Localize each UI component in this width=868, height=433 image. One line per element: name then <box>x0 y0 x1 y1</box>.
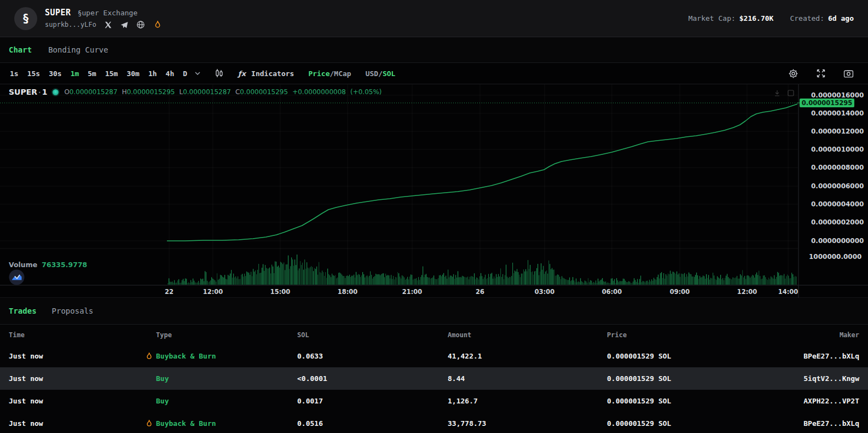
chart-canvas[interactable]: 0.00000160000.00000140000.00000120000.00… <box>0 84 868 298</box>
timeframe-15m[interactable]: 15m <box>101 70 122 78</box>
svg-text:18:00: 18:00 <box>338 288 358 296</box>
trade-price: 0.000001529 SOL <box>607 352 772 360</box>
market-cap-stat: Market Cap:$216.70K <box>688 14 774 22</box>
timeframe-4h[interactable]: 4h <box>161 70 179 78</box>
view-tabs: Chart Bonding Curve <box>0 37 868 63</box>
trade-amount: 33,778.73 <box>448 419 607 428</box>
usd-option: USD <box>366 70 378 78</box>
col-sol: SOL <box>297 331 448 339</box>
trade-price: 0.000001529 SOL <box>607 397 772 405</box>
x-twitter-icon[interactable] <box>103 20 113 30</box>
timeframe-30m[interactable]: 30m <box>122 70 143 78</box>
price-chart[interactable]: 0.00000160000.00000140000.00000120000.00… <box>0 84 868 298</box>
tab-trades[interactable]: Trades <box>9 307 37 315</box>
trade-row[interactable]: Just now Buy 0.0017 1,126.7 0.000001529 … <box>0 390 868 412</box>
settings-gear-icon[interactable] <box>785 68 802 79</box>
col-maker: Maker <box>772 331 859 339</box>
sol-option: SOL <box>383 70 395 78</box>
trade-maker[interactable]: BPeE27...bXLq <box>772 352 859 360</box>
trade-maker[interactable]: 5iqtV2...Kngw <box>772 374 859 383</box>
timeframe-1s[interactable]: 1s <box>5 70 23 78</box>
volume-legend: Volume76335.9778 <box>9 261 87 269</box>
usd-sol-toggle[interactable]: USD/SOL <box>366 70 396 78</box>
svg-text:12:00: 12:00 <box>203 288 223 296</box>
indicators-button[interactable]: Indicators <box>251 70 294 78</box>
time-axis[interactable]: 2212:0015:0018:0021:002603:0006:0009:001… <box>165 288 798 296</box>
timeframe-1d[interactable]: D <box>178 70 192 78</box>
trade-maker[interactable]: AXPH22...VP2T <box>772 397 859 405</box>
price-axis[interactable]: 0.00000160000.00000140000.00000120000.00… <box>809 91 864 261</box>
svg-text:03:00: 03:00 <box>535 288 555 296</box>
fx-icon[interactable]: ƒx <box>235 70 249 78</box>
trade-time: Just now <box>9 397 156 405</box>
token-address[interactable]: suprkb...yLFo <box>45 21 96 28</box>
col-type: Type <box>156 331 297 339</box>
svg-text:12:00: 12:00 <box>737 288 757 296</box>
trade-row[interactable]: Just now Buy <0.0001 8.44 0.000001529 SO… <box>0 367 868 390</box>
trade-amount: 41,422.1 <box>448 352 607 360</box>
tab-bonding-curve[interactable]: Bonding Curve <box>48 45 108 54</box>
telegram-icon[interactable] <box>120 20 129 30</box>
trade-amount: 1,126.7 <box>448 397 607 405</box>
tab-chart[interactable]: Chart <box>9 45 32 54</box>
svg-text:0.0000016000: 0.0000016000 <box>811 91 864 99</box>
trade-sol: 0.0633 <box>297 352 448 360</box>
svg-text:14:00: 14:00 <box>778 288 798 296</box>
timeframe-1m[interactable]: 1m <box>66 70 84 78</box>
svg-text:09:00: 09:00 <box>670 288 690 296</box>
trade-sol: 0.0017 <box>297 397 448 405</box>
svg-text:0.0000004000: 0.0000004000 <box>811 200 864 208</box>
svg-text:0.0000002000: 0.0000002000 <box>811 218 864 226</box>
fullscreen-icon[interactable] <box>813 68 829 78</box>
trade-type: Buy <box>156 374 297 383</box>
trade-sol: 0.0516 <box>297 419 448 428</box>
price-mcap-toggle[interactable]: Price/MCap <box>308 70 351 78</box>
svg-text:1000000.0000: 1000000.0000 <box>809 253 861 261</box>
mcap-option: MCap <box>334 70 351 78</box>
timeframe-30s[interactable]: 30s <box>44 70 66 78</box>
timeframe-15s[interactable]: 15s <box>23 70 44 78</box>
tab-proposals[interactable]: Proposals <box>52 307 94 315</box>
flame-icon[interactable] <box>153 20 162 30</box>
col-time: Time <box>9 331 156 339</box>
svg-text:15:00: 15:00 <box>270 288 291 296</box>
screenshot-camera-icon[interactable] <box>840 69 857 78</box>
trade-maker[interactable]: BPeE27...bXLq <box>772 419 859 428</box>
website-globe-icon[interactable] <box>136 20 146 30</box>
created-value: 6d ago <box>828 14 854 22</box>
tradingview-logo[interactable] <box>9 269 25 285</box>
svg-text:0.0000010000: 0.0000010000 <box>811 146 864 153</box>
chart-legend: SUPER·1 O0.0000015287 H0.0000015295 L0.0… <box>9 88 382 96</box>
token-name: §uper Exchange <box>78 9 138 17</box>
token-header: § SUPER §uper Exchange suprkb...yLFo <box>0 0 868 37</box>
ohlc-values: O0.0000015287 H0.0000015295 L0.000001528… <box>64 88 381 96</box>
trade-price: 0.000001529 SOL <box>607 419 772 428</box>
trade-type: Buyback & Burn <box>156 352 297 361</box>
timeframe-5m[interactable]: 5m <box>83 70 101 78</box>
token-symbol: SUPER <box>45 8 71 18</box>
trade-type: Buyback & Burn <box>156 419 297 428</box>
candles-style-icon[interactable] <box>211 68 227 78</box>
svg-text:0.0000006000: 0.0000006000 <box>811 182 864 190</box>
svg-text:06:00: 06:00 <box>602 288 622 296</box>
svg-text:21:00: 21:00 <box>402 288 423 296</box>
trade-row[interactable]: Just now Buyback & Burn 0.0516 33,778.73… <box>0 412 868 433</box>
price-line-series <box>167 104 797 241</box>
trade-row[interactable]: Just now Buyback & Burn 0.0633 41,422.1 … <box>0 345 868 367</box>
status-dot-icon <box>53 89 59 95</box>
flame-icon <box>145 419 153 428</box>
trade-type: Buy <box>156 397 297 405</box>
chevron-down-icon[interactable] <box>192 72 204 75</box>
trade-price: 0.000001529 SOL <box>607 374 772 383</box>
timeframe-1h[interactable]: 1h <box>144 70 161 78</box>
price-option: Price <box>308 70 329 78</box>
flame-icon <box>145 352 153 361</box>
col-price: Price <box>607 331 772 339</box>
svg-text:0.0000000000: 0.0000000000 <box>811 237 864 245</box>
created-stat: Created:6d ago <box>790 14 854 22</box>
chart-toolbar: 1s 15s 30s 1m 5m 15m 30m 1h 4h D ƒx Indi… <box>0 63 868 84</box>
svg-text:22: 22 <box>165 288 173 296</box>
trades-tabs: Trades Proposals <box>0 298 868 325</box>
trade-sol: <0.0001 <box>297 374 448 383</box>
chart-gridlines <box>0 84 798 285</box>
